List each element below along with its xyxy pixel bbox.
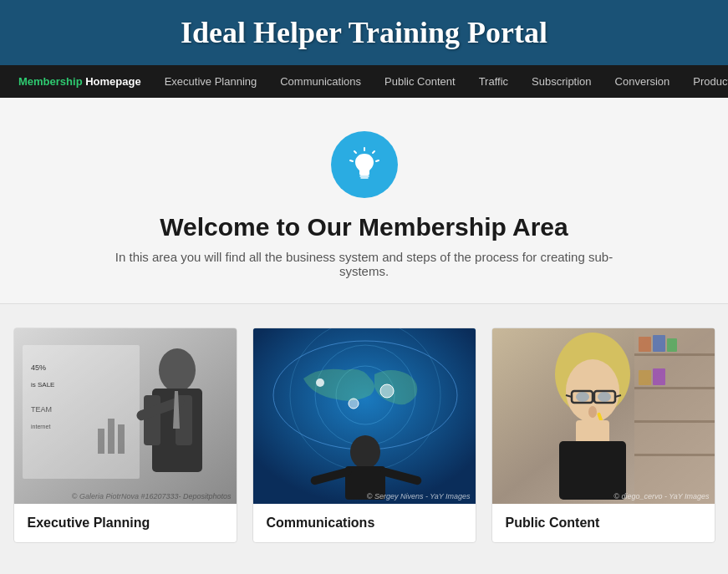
svg-rect-13 xyxy=(98,429,104,454)
public-content-illustration xyxy=(492,328,715,504)
svg-point-28 xyxy=(380,384,394,398)
nav-item-membership-homepage[interactable]: Membership Homepage xyxy=(7,65,153,98)
svg-rect-58 xyxy=(559,441,626,500)
hero-subtitle: In this area you will find all the busin… xyxy=(105,250,624,278)
executive-illustration: 45% is SALE TEAM internet xyxy=(14,328,237,504)
svg-point-30 xyxy=(350,435,380,469)
svg-text:45%: 45% xyxy=(31,363,46,372)
svg-rect-14 xyxy=(108,419,115,454)
card-label-public-content: Public Content xyxy=(492,504,715,542)
cards-section: 45% is SALE TEAM internet xyxy=(0,304,728,560)
card-watermark-executive: © Galeria PiotrNova #16207333- Depositph… xyxy=(72,492,232,500)
communications-illustration xyxy=(253,328,476,504)
svg-rect-38 xyxy=(634,420,715,423)
card-image-communications: © Sergey Nivens - YaY Images xyxy=(253,328,476,504)
hero-title: Welcome to Our Membership Area xyxy=(17,213,711,241)
nav-item-executive-planning[interactable]: Executive Planning xyxy=(153,65,269,98)
card-watermark-communications: © Sergey Nivens - YaY Images xyxy=(367,492,471,500)
nav-item-traffic[interactable]: Traffic xyxy=(467,65,520,98)
nav-label-membership-highlight: Membership xyxy=(18,75,83,88)
main-nav: Membership Homepage Executive Planning C… xyxy=(0,65,728,98)
svg-rect-41 xyxy=(653,335,665,352)
card-label-executive-planning: Executive Planning xyxy=(14,504,237,542)
svg-text:internet: internet xyxy=(31,424,50,429)
svg-point-29 xyxy=(349,399,359,409)
svg-rect-44 xyxy=(653,368,665,385)
card-public-content[interactable]: © diego_cervo - YaY Images Public Conten… xyxy=(491,328,715,543)
svg-line-2 xyxy=(376,160,379,161)
svg-point-27 xyxy=(316,378,324,387)
svg-point-52 xyxy=(576,392,589,402)
card-image-executive: 45% is SALE TEAM internet xyxy=(14,328,237,504)
svg-text:is SALE: is SALE xyxy=(31,381,54,389)
nav-item-conversion[interactable]: Conversion xyxy=(603,65,682,98)
card-label-communications: Communications xyxy=(253,504,476,542)
svg-rect-37 xyxy=(634,387,715,389)
site-header: Ideal Helper Training Portal xyxy=(0,0,728,65)
hero-icon-circle xyxy=(331,131,398,198)
nav-item-subscription[interactable]: Subscription xyxy=(520,65,603,98)
hero-section: Welcome to Our Membership Area In this a… xyxy=(0,98,728,304)
svg-rect-36 xyxy=(634,353,715,356)
site-title: Ideal Helper Training Portal xyxy=(8,15,720,50)
svg-rect-15 xyxy=(118,424,125,454)
svg-text:TEAM: TEAM xyxy=(31,405,52,414)
svg-point-54 xyxy=(588,406,597,418)
card-executive-planning[interactable]: 45% is SALE TEAM internet xyxy=(13,328,237,543)
nav-item-communications[interactable]: Communications xyxy=(268,65,373,98)
lightbulb-icon xyxy=(347,147,382,182)
card-watermark-public: © diego_cervo - YaY Images xyxy=(613,492,709,500)
svg-point-16 xyxy=(159,348,196,392)
nav-item-public-content[interactable]: Public Content xyxy=(373,65,467,98)
svg-rect-42 xyxy=(667,338,677,352)
svg-rect-39 xyxy=(634,454,715,456)
svg-line-1 xyxy=(373,151,374,153)
nav-item-product-delivery[interactable]: Product & delivery xyxy=(681,65,728,98)
svg-rect-40 xyxy=(639,337,651,352)
svg-rect-18 xyxy=(144,395,160,445)
svg-point-53 xyxy=(598,392,611,402)
card-communications[interactable]: © Sergey Nivens - YaY Images Communicati… xyxy=(252,328,476,543)
svg-line-4 xyxy=(350,160,353,161)
svg-line-3 xyxy=(354,151,356,153)
svg-rect-43 xyxy=(639,370,651,385)
card-image-public: © diego_cervo - YaY Images xyxy=(492,328,715,504)
